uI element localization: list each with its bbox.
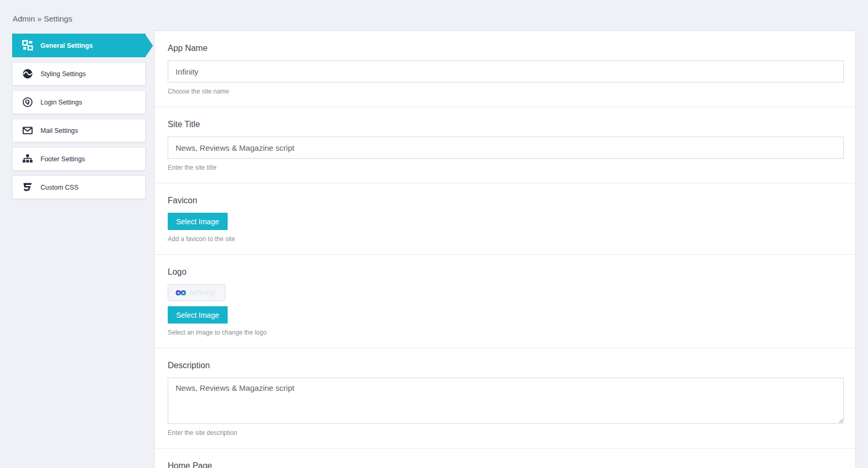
sidebar-item-custom-css[interactable]: Custom CSS	[12, 175, 146, 199]
description-textarea[interactable]: News, Reviews & Magazine script	[168, 378, 844, 424]
favicon-select-image-button[interactable]: Select Image	[168, 213, 228, 230]
css3-icon	[22, 182, 33, 193]
form-group-favicon: Favicon Select Image Add a favicon to th…	[155, 183, 855, 255]
sidebar-item-mail-settings[interactable]: Mail Settings	[12, 119, 146, 142]
form-group-logo: Logo Infinity Select Image S	[155, 255, 855, 348]
sidebar-item-general-settings[interactable]: General Settings	[12, 34, 146, 57]
dashboard-icon	[22, 40, 33, 51]
sidebar-item-label: Custom CSS	[40, 184, 78, 191]
sidebar-item-label: General Settings	[40, 42, 93, 49]
sidebar-item-label: Login Settings	[40, 99, 82, 106]
login-icon	[22, 97, 33, 108]
logo-label: Logo	[168, 267, 844, 277]
description-label: Description	[168, 361, 844, 370]
app-name-label: App Name	[168, 44, 844, 53]
site-title-input[interactable]	[168, 137, 844, 159]
sitemap-icon	[22, 153, 33, 164]
sidebar-item-label: Mail Settings	[40, 127, 78, 134]
sidebar-item-label: Footer Settings	[40, 155, 85, 163]
logo-helper: Select an image to change the logo	[168, 329, 844, 336]
breadcrumb: Admin » Settings	[13, 14, 72, 23]
sidebar-item-styling-settings[interactable]: Styling Settings	[12, 62, 146, 86]
logo-preview-text: Infinity	[190, 288, 216, 297]
description-helper: Enter the site description	[168, 429, 844, 436]
home-page-label: Home Page	[168, 461, 844, 468]
mail-icon	[22, 125, 33, 136]
infinity-logo-icon	[173, 288, 189, 298]
breadcrumb-text: Admin » Settings	[13, 14, 72, 23]
settings-panel: App Name Choose the site name Site Title…	[154, 30, 856, 468]
logo-select-image-button[interactable]: Select Image	[168, 306, 228, 324]
sidebar-item-login-settings[interactable]: Login Settings	[12, 90, 146, 114]
site-title-helper: Enter the site title	[168, 164, 844, 171]
settings-sidebar: General Settings Styling Settings Login …	[12, 34, 146, 204]
favicon-helper: Add a favicon to the site	[168, 235, 844, 243]
sidebar-item-label: Styling Settings	[40, 70, 86, 78]
site-title-label: Site Title	[168, 120, 844, 129]
sidebar-item-footer-settings[interactable]: Footer Settings	[12, 147, 146, 171]
favicon-label: Favicon	[168, 196, 844, 205]
app-name-helper: Choose the site name	[168, 88, 844, 95]
form-group-home-page: Home Page	[155, 449, 855, 468]
app-name-input[interactable]	[168, 60, 844, 82]
form-group-site-title: Site Title Enter the site title	[155, 107, 855, 183]
logo-preview-image: Infinity	[168, 284, 226, 301]
form-group-description: Description News, Reviews & Magazine scr…	[155, 348, 855, 449]
styling-icon	[22, 68, 33, 79]
form-group-app-name: App Name Choose the site name	[155, 31, 855, 107]
